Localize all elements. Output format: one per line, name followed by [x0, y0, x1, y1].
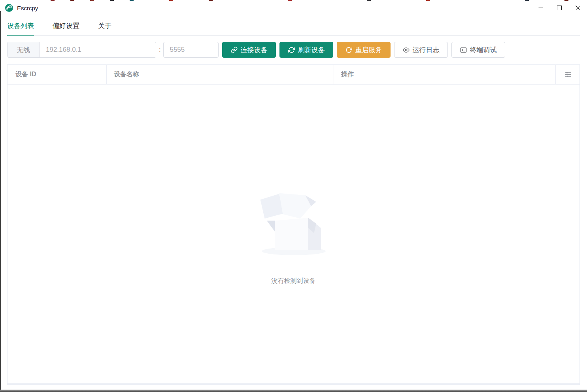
host-address-input[interactable]	[40, 42, 156, 57]
maximize-icon	[557, 6, 562, 10]
background-sliver-top	[0, 0, 587, 1]
column-settings-button[interactable]	[555, 65, 579, 84]
device-table-body: 没有检测到设备	[8, 85, 579, 384]
maximize-button[interactable]	[550, 0, 568, 16]
refresh-devices-label: 刷新设备	[298, 45, 325, 55]
terminal-icon	[460, 47, 467, 53]
restart-service-label: 重启服务	[355, 45, 382, 55]
sliders-icon	[564, 71, 571, 78]
restart-icon	[345, 47, 352, 53]
host-port-separator: :	[159, 46, 160, 53]
app-title: Escrcpy	[17, 5, 38, 11]
connection-toolbar: 无线 : 连接设备 刷新设备 重启服务 运行日志	[7, 42, 580, 58]
refresh-devices-button[interactable]: 刷新设备	[279, 42, 333, 58]
close-button[interactable]	[568, 0, 587, 16]
column-header-device-name: 设备名称	[106, 65, 334, 84]
app-logo-icon	[5, 4, 13, 12]
connection-mode-select[interactable]: 无线	[8, 42, 40, 57]
taskbar-sliver-bottom	[0, 390, 587, 392]
minimize-button[interactable]	[531, 0, 550, 16]
eye-icon	[403, 47, 410, 53]
device-table: 设备 ID 设备名称 操作	[7, 64, 580, 385]
window-controls	[531, 0, 587, 16]
link-icon	[231, 47, 238, 53]
titlebar: Escrcpy	[0, 0, 587, 16]
background-sliver-left	[0, 11, 1, 390]
minimize-icon	[538, 6, 543, 10]
tab-about[interactable]: 关于	[98, 17, 111, 35]
connect-device-label: 连接设备	[240, 45, 267, 55]
column-header-actions: 操作	[334, 65, 555, 84]
tab-bar: 设备列表 偏好设置 关于	[7, 17, 580, 36]
address-input-group: 无线	[7, 42, 156, 58]
device-table-header: 设备 ID 设备名称 操作	[8, 65, 579, 85]
terminal-debug-label: 终端调试	[470, 45, 496, 55]
column-header-device-id: 设备 ID	[8, 65, 106, 84]
terminal-debug-button[interactable]: 终端调试	[451, 42, 505, 58]
connect-device-button[interactable]: 连接设备	[222, 42, 276, 58]
restart-service-button[interactable]: 重启服务	[337, 42, 391, 58]
run-logs-label: 运行日志	[412, 45, 439, 55]
refresh-icon	[288, 47, 295, 53]
empty-box-illustration	[254, 184, 334, 257]
run-logs-button[interactable]: 运行日志	[394, 42, 448, 58]
empty-state-text: 没有检测到设备	[272, 277, 316, 285]
tab-device-list[interactable]: 设备列表	[7, 17, 34, 35]
close-icon	[576, 6, 580, 10]
port-input[interactable]	[163, 42, 219, 58]
tab-preferences[interactable]: 偏好设置	[53, 17, 79, 35]
